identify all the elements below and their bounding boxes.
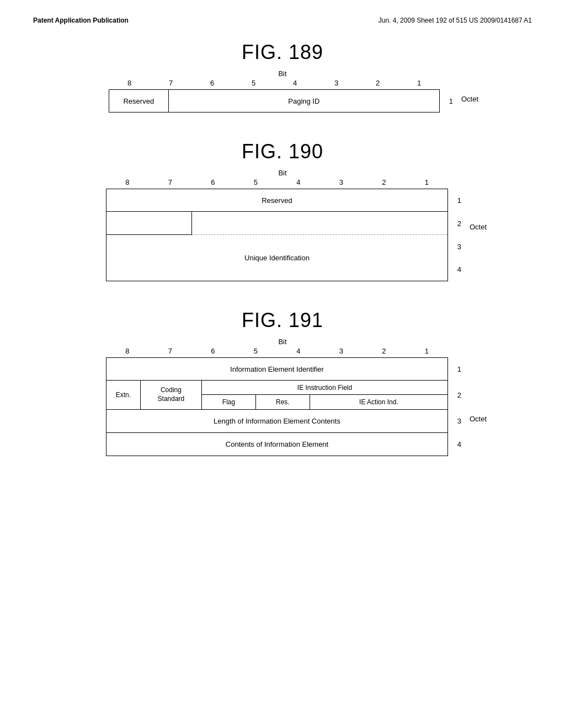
fig191-bit-3: 3 [320,347,363,355]
patent-header: Patent Application Publication Jun. 4, 2… [33,11,532,24]
fig189-bit-5: 5 [233,79,274,87]
fig189-bit-8: 8 [109,79,150,87]
fig191-bit-2: 2 [363,347,406,355]
fig191-flag-label: Flag [222,398,235,406]
fig191-octet-label: Octet [470,415,487,423]
fig190-bit-3: 3 [320,178,363,186]
fig190-bit-6: 6 [191,178,234,186]
fig191-extn-cell: Extn. [106,381,141,409]
fig189-octet-label: Octet [461,95,478,103]
fig191-bit-8: 8 [106,347,149,355]
fig191-bit-5: 5 [234,347,278,355]
fig191-section: FIG. 191 Bit 8 7 6 5 4 3 2 1 Information… [33,309,532,456]
fig190-bit-5: 5 [234,178,278,186]
header-right: Jun. 4, 2009 Sheet 192 of 515 US 2009/01… [379,17,532,24]
fig190-bit-1: 1 [406,178,449,186]
fig190-unique-id-label: Unique Identification [244,254,310,262]
fig191-ie-action-cell: IE Action Ind. [310,395,447,409]
header-left: Patent Application Publication [33,17,129,24]
fig191-bit-numbers: 8 7 6 5 4 3 2 1 [106,347,448,355]
fig190-octet-2: 2 [457,220,461,228]
fig191-ie-instruction-label-row: IE Instruction Field [202,381,447,395]
fig191-octet-2: 2 [457,391,461,399]
fig190-bit-2: 2 [363,178,406,186]
fig191-coding-cell: CodingStandard [141,381,202,409]
fig189-bit-1: 1 [398,79,440,87]
fig190-partial-row: 2 [106,212,448,235]
fig190-octet-1: 1 [457,196,461,205]
fig191-ie-identifier-row: Information Element Identifier 1 [106,357,448,381]
fig190-octet-3: 3 [457,235,461,258]
fig191-ie-instruction-label: IE Instruction Field [297,384,352,392]
fig191-bit-7: 7 [149,347,192,355]
fig190-reserved-row: Reserved 1 [106,189,448,212]
fig189-bit-label: Bit [278,69,286,78]
fig190-bit-4: 4 [277,178,320,186]
fig189-bit-3: 3 [316,79,357,87]
fig190-title: FIG. 190 [242,140,323,163]
fig190-section: FIG. 190 Bit 8 7 6 5 4 3 2 1 Reserved 1 [33,140,532,281]
fig189-octet-num: 1 [449,97,453,105]
fig189-bit-numbers: 8 7 6 5 4 3 2 1 [109,79,440,87]
fig190-octet-4: 4 [457,258,461,281]
fig191-row2: Extn. CodingStandard IE Instruction Fiel… [106,381,448,410]
fig191-res-cell: Res. [256,395,310,409]
fig190-bit-7: 7 [149,178,192,186]
fig191-ie-instruction-group: IE Instruction Field Flag Res. IE Action… [202,381,447,409]
fig191-contents-row: Contents of Information Element 4 [106,433,448,456]
fig190-bit-label: Bit [278,169,286,177]
fig190-unique-id-row: Unique Identification 3 4 [106,235,448,281]
fig191-octet-3: 3 [457,417,461,425]
fig189-bit-6: 6 [191,79,233,87]
fig189-bit-2: 2 [357,79,398,87]
fig191-bit-4: 4 [277,347,320,355]
fig190-reserved-label: Reserved [262,196,292,205]
fig190-bit-numbers: 8 7 6 5 4 3 2 1 [106,178,448,186]
fig191-ie-sub-row: Flag Res. IE Action Ind. [202,395,447,409]
fig191-octet-4: 4 [457,440,461,448]
fig191-bit-1: 1 [406,347,449,355]
fig189-bit-4: 4 [274,79,316,87]
fig191-ie-action-label: IE Action Ind. [359,398,398,406]
fig191-title: FIG. 191 [242,309,323,332]
fig189-reserved-cell: Reserved [109,90,169,112]
fig191-extn-label: Extn. [116,391,131,399]
fig191-contents-label: Contents of Information Element [226,440,328,448]
fig191-bit-label: Bit [278,338,286,346]
fig191-ie-identifier-label: Information Element Identifier [230,365,324,373]
fig190-octet-label: Octet [470,223,487,231]
fig189-bit-7: 7 [150,79,191,87]
fig191-octet-1: 1 [457,365,461,373]
fig189-section: FIG. 189 Bit 8 7 6 5 4 3 2 1 Reserved Pa… [33,41,532,113]
page: Patent Application Publication Jun. 4, 2… [0,0,565,728]
fig189-title: FIG. 189 [242,41,323,64]
fig191-flag-cell: Flag [202,395,256,409]
fig189-paging-cell: Paging ID [169,90,439,112]
fig191-bit-6: 6 [191,347,234,355]
fig191-length-row: Length of Information Element Contents 3 [106,410,448,433]
fig190-bit-8: 8 [106,178,149,186]
fig189-data-row: Reserved Paging ID 1 [109,89,440,113]
fig191-res-label: Res. [276,398,290,406]
fig191-length-label: Length of Information Element Contents [214,417,340,425]
fig191-coding-label: CodingStandard [158,386,185,403]
